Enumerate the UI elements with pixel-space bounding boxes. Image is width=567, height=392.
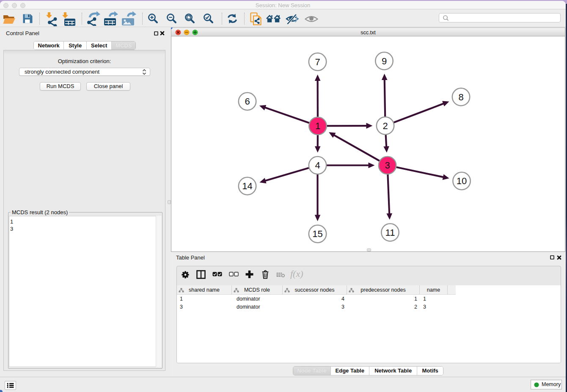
svg-text:15: 15 <box>312 229 322 239</box>
svg-text:3: 3 <box>385 160 390 171</box>
svg-text:10: 10 <box>457 176 467 186</box>
svg-text:14: 14 <box>242 181 252 191</box>
svg-text:11: 11 <box>385 227 395 238</box>
svg-text:9: 9 <box>382 56 387 66</box>
svg-text:6: 6 <box>245 96 250 107</box>
svg-text:7: 7 <box>315 57 320 67</box>
svg-text:1: 1 <box>315 121 320 131</box>
svg-text:2: 2 <box>383 121 388 131</box>
svg-text:4: 4 <box>315 160 320 171</box>
svg-text:8: 8 <box>458 92 463 102</box>
